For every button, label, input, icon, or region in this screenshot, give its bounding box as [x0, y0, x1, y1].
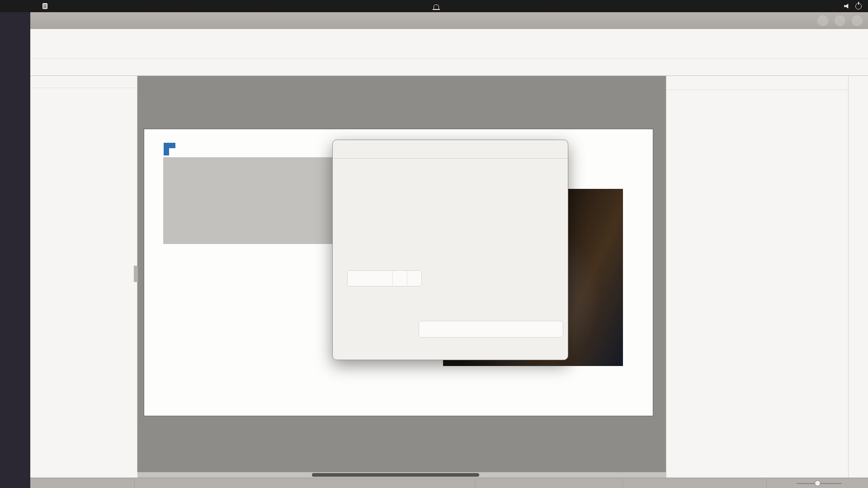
notification-bell-icon	[434, 5, 439, 9]
zoom-slider-handle[interactable]	[815, 480, 821, 486]
slides-panel-header	[30, 76, 137, 88]
slide-thumbnail-list	[30, 88, 137, 100]
power-icon	[855, 3, 862, 9]
dialog-close-icon[interactable]	[552, 145, 561, 154]
maximize-button[interactable]	[835, 15, 845, 26]
slides-panel	[30, 76, 137, 472]
slide-title-decoration	[164, 143, 175, 148]
slide-show-settings-dialog	[332, 140, 568, 360]
duration-increase-button	[407, 271, 421, 286]
desktop	[0, 0, 868, 488]
properties-header	[666, 76, 848, 90]
dock	[0, 12, 30, 488]
horizontal-scrollbar[interactable]	[137, 472, 666, 478]
standard-toolbar	[30, 42, 868, 59]
sidebar-tab-strip	[848, 76, 868, 478]
system-indicators[interactable]	[844, 3, 862, 9]
minimize-button[interactable]	[817, 15, 828, 26]
horizontal-scrollbar-thumb[interactable]	[312, 473, 479, 477]
app-window-icon	[42, 3, 47, 9]
close-window-button[interactable]	[852, 15, 863, 26]
properties-panel	[666, 76, 848, 478]
window-titlebar[interactable]	[30, 12, 868, 29]
system-top-bar	[0, 0, 868, 12]
slides-panel-collapse-handle[interactable]	[134, 266, 138, 282]
presentation-display-select	[419, 321, 563, 338]
clock-button[interactable]	[429, 4, 439, 9]
status-bar	[30, 478, 868, 488]
loop-duration-value	[348, 271, 392, 286]
focused-app-menu[interactable]	[42, 3, 51, 9]
menubar	[30, 29, 868, 42]
volume-icon	[844, 4, 850, 9]
dialog-titlebar[interactable]	[333, 140, 568, 159]
duration-decrease-button	[392, 271, 407, 286]
loop-duration-spinner	[347, 270, 422, 286]
drawing-toolbar	[30, 59, 868, 76]
